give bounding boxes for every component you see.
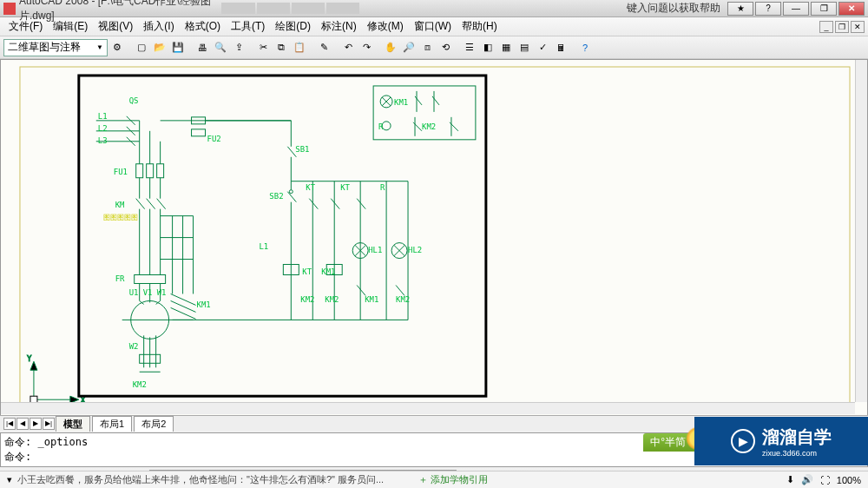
svg-rect-20 [157, 164, 164, 178]
bg-tab[interactable] [292, 3, 325, 14]
label-l1b: L1 [259, 242, 268, 251]
play-icon: ▶ [731, 429, 755, 453]
bg-tab[interactable] [257, 3, 290, 14]
mdi-restore[interactable]: ❐ [835, 21, 849, 33]
svg-text:Y: Y [27, 354, 32, 363]
tab-nav-next[interactable]: ▶ [30, 418, 42, 430]
horizontal-scrollbar[interactable] [1, 402, 855, 414]
svg-line-26 [157, 199, 166, 209]
tab-model[interactable]: 模型 [56, 416, 90, 432]
workspace-dropdown[interactable]: 二维草图与注释 [3, 39, 108, 56]
download-icon[interactable]: ⬇ [786, 474, 794, 485]
settings-icon[interactable]: ⚙ [108, 39, 126, 56]
bg-tab[interactable] [326, 3, 359, 14]
zoom-icon[interactable]: 🔎 [400, 39, 418, 56]
maximize-button[interactable]: ❐ [811, 2, 837, 16]
label-fr: FR [115, 274, 125, 283]
design-icon[interactable]: ◧ [479, 39, 496, 56]
label-km1-c: KM1 [365, 295, 378, 304]
minimize-button[interactable]: — [783, 2, 809, 16]
brand-cn: 溜溜自学 [762, 425, 832, 449]
cmd-prefix3: 命令: [4, 465, 31, 467]
expand-icon[interactable]: ⛶ [820, 475, 830, 485]
menu-modify[interactable]: 修改(M) [362, 17, 409, 36]
close-button[interactable]: ✕ [838, 2, 865, 16]
tab-layout1[interactable]: 布局1 [92, 416, 132, 432]
vertical-scrollbar[interactable] [855, 60, 867, 402]
redo-icon[interactable]: ↷ [358, 39, 375, 56]
svg-rect-30 [135, 274, 166, 283]
menu-view[interactable]: 视图(V) [93, 17, 138, 36]
plot-icon[interactable]: 🖶 [194, 39, 211, 56]
menu-help[interactable]: 帮助(H) [457, 17, 503, 36]
joke-text: 小王去吃西餐，服务员给他端上来牛排，他奇怪地问："这牛排怎么有酒味?" 服务员问… [17, 473, 384, 486]
props-icon[interactable]: ☰ [461, 39, 478, 56]
publish-icon[interactable]: ⇪ [230, 39, 247, 56]
new-icon[interactable]: ▢ [133, 39, 150, 56]
cut-icon[interactable]: ✂ [254, 39, 272, 56]
pan-icon[interactable]: ✋ [382, 39, 399, 56]
open-icon[interactable]: 📂 [151, 39, 168, 56]
preview-icon[interactable]: 🔍 [212, 39, 229, 56]
menu-draw[interactable]: 绘图(D) [270, 17, 316, 36]
menu-tools[interactable]: 工具(T) [226, 17, 270, 36]
help-hint[interactable]: 键入问题以获取帮助 [627, 1, 720, 16]
label-fu1: FU1 [114, 168, 128, 176]
menu-insert[interactable]: 插入(I) [138, 17, 179, 36]
collapse-icon[interactable]: ▾ [7, 474, 12, 485]
tab-layout2[interactable]: 布局2 [134, 416, 174, 432]
label-u1: U1 [129, 288, 139, 297]
zoomwin-icon[interactable]: ⧈ [418, 39, 436, 56]
undo-icon[interactable]: ↶ [339, 39, 357, 56]
save-icon[interactable]: 💾 [169, 39, 187, 56]
menu-edit[interactable]: 编辑(E) [48, 17, 93, 36]
cmd-prefix2: 命令: [4, 451, 31, 463]
mdi-close[interactable]: ✕ [851, 21, 865, 33]
calc-icon[interactable]: 🖩 [552, 39, 569, 56]
zoomprev-icon[interactable]: ⟲ [437, 39, 454, 56]
sheet-icon[interactable]: ▤ [516, 39, 533, 56]
label-km2-c3: KM2 [396, 295, 410, 304]
help-icon[interactable]: ? [576, 39, 594, 56]
ime-indicator[interactable]: 中°半简 [643, 433, 694, 452]
toolpal-icon[interactable]: ▦ [497, 39, 515, 56]
label-km2-bottom: KM2 [133, 380, 147, 389]
label-sb2: SB2 [269, 192, 283, 201]
svg-line-24 [136, 199, 145, 209]
brand-url: zixue.3d66.com [762, 449, 832, 458]
menu-file[interactable]: 文件(F) [3, 17, 48, 36]
zoom-level: 100% [837, 475, 861, 485]
menu-format[interactable]: 格式(O) [180, 17, 226, 36]
label-hl1: HL1 [368, 246, 382, 254]
label-kt2: KT [340, 183, 350, 192]
paste-icon[interactable]: 📋 [291, 39, 308, 56]
match-icon[interactable]: ✎ [315, 39, 332, 56]
add-link[interactable]: ＋ 添加学物引用 [418, 473, 488, 486]
svg-line-69 [309, 199, 318, 209]
legend-km1: KM1 [394, 98, 408, 107]
menu-dim[interactable]: 标注(N) [316, 17, 362, 36]
tab-nav-last[interactable]: ▶| [43, 418, 55, 430]
legend-km2: KM2 [422, 122, 436, 131]
markup-icon[interactable]: ✓ [534, 39, 551, 56]
copy-icon[interactable]: ⧉ [273, 39, 290, 56]
svg-line-81 [357, 285, 365, 295]
svg-line-89 [415, 96, 422, 105]
sound-icon[interactable]: 🔊 [801, 474, 813, 485]
star-button[interactable]: ★ [727, 2, 753, 16]
svg-rect-19 [147, 164, 154, 178]
drawing-area[interactable]: Y X [0, 59, 868, 415]
svg-line-25 [147, 199, 155, 209]
label-km1: KM1 [197, 300, 211, 309]
mdi-minimize[interactable]: _ [819, 21, 833, 33]
label-l2: L2 [98, 124, 108, 133]
help-button[interactable]: ? [755, 2, 781, 16]
label-w2: W2 [129, 342, 139, 351]
tab-nav-first[interactable]: |◀ [3, 418, 16, 430]
menu-window[interactable]: 窗口(W) [409, 17, 457, 36]
bg-tab[interactable] [221, 3, 254, 14]
tab-nav-prev[interactable]: ◀ [16, 418, 29, 430]
label-l3: L3 [98, 136, 108, 145]
label-hl2: HL2 [408, 246, 422, 254]
label-l1: L1 [98, 112, 108, 121]
